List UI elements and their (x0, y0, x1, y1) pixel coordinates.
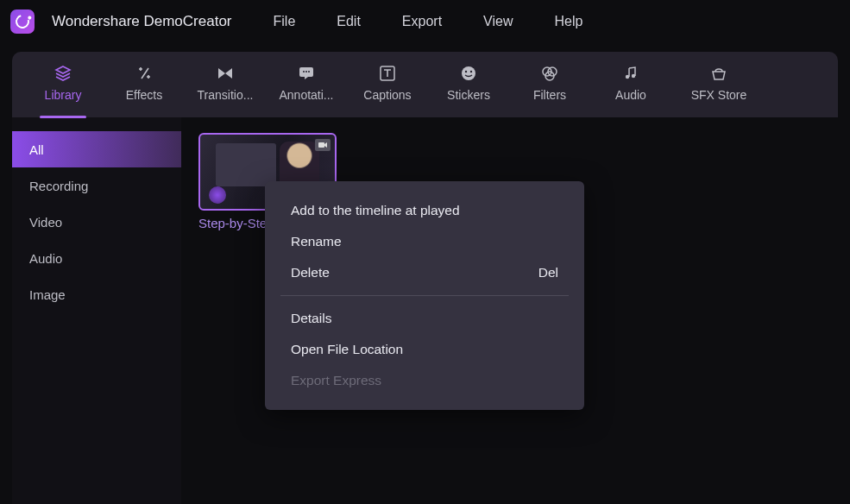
tab-label: Library (45, 88, 82, 102)
menu-help[interactable]: Help (555, 14, 583, 29)
filters-icon (541, 66, 558, 81)
layers-icon (54, 66, 72, 81)
ctx-label: Open File Location (291, 342, 403, 357)
tab-label: Stickers (447, 88, 490, 102)
toolbar-container: Library Effects Transitio... Annotati... (0, 43, 850, 117)
logo-overlay-icon (209, 186, 226, 204)
ctx-delete[interactable]: Delete Del (265, 257, 584, 288)
tab-annotations[interactable]: Annotati... (266, 59, 347, 110)
tab-sfx-store[interactable]: SFX Store (671, 59, 766, 110)
svg-point-3 (308, 71, 310, 72)
sidebar-item-recording[interactable]: Recording (12, 167, 181, 204)
svg-point-2 (305, 71, 307, 72)
tab-label: Effects (126, 88, 163, 102)
annotation-icon (298, 66, 315, 81)
separator (280, 295, 569, 296)
music-icon (622, 66, 639, 81)
sidebar-item-image[interactable]: Image (12, 276, 181, 312)
menu-view[interactable]: View (483, 14, 513, 29)
menubar: File Edit Export View Help (274, 14, 583, 29)
svg-rect-13 (318, 142, 324, 148)
tab-label: Transitio... (198, 88, 254, 102)
app-title: Wondershare DemoCreator (52, 13, 232, 30)
svg-point-7 (470, 71, 472, 72)
svg-point-12 (632, 74, 635, 78)
tab-transitions[interactable]: Transitio... (185, 59, 266, 110)
store-icon (710, 66, 727, 81)
ctx-shortcut: Del (538, 265, 558, 280)
menu-edit[interactable]: Edit (337, 14, 361, 29)
sparkle-icon (135, 66, 153, 81)
text-icon (379, 66, 396, 81)
ctx-rename[interactable]: Rename (265, 226, 584, 257)
tab-label: Audio (615, 88, 646, 102)
ctx-open-file-location[interactable]: Open File Location (265, 334, 584, 365)
menu-file[interactable]: File (274, 14, 296, 29)
titlebar: Wondershare DemoCreator File Edit Export… (0, 0, 850, 43)
tab-label: Captions (363, 88, 411, 102)
tab-library[interactable]: Library (22, 59, 104, 110)
ctx-add-to-timeline[interactable]: Add to the timeline at played (265, 195, 584, 226)
sidebar-item-audio[interactable]: Audio (12, 240, 181, 276)
tab-label: Filters (533, 88, 566, 102)
svg-point-1 (303, 71, 305, 72)
sidebar: All Recording Video Audio Image (12, 117, 181, 504)
context-menu: Add to the timeline at played Rename Del… (265, 181, 584, 410)
ctx-label: Export Express (291, 373, 381, 388)
svg-point-5 (462, 66, 475, 80)
app-logo-icon (10, 9, 35, 34)
svg-point-6 (465, 71, 467, 72)
sidebar-item-video[interactable]: Video (12, 204, 181, 240)
svg-point-11 (626, 75, 629, 79)
ctx-details[interactable]: Details (265, 303, 584, 334)
camera-badge-icon (315, 139, 331, 151)
sidebar-item-all[interactable]: All (12, 131, 181, 167)
ctx-label: Add to the timeline at played (291, 203, 460, 218)
tab-audio[interactable]: Audio (590, 59, 671, 110)
ctx-label: Delete (291, 265, 330, 280)
ctx-export-express: Export Express (265, 365, 584, 396)
tab-stickers[interactable]: Stickers (428, 59, 509, 110)
ctx-label: Rename (291, 234, 342, 249)
tab-label: Annotati... (279, 88, 333, 102)
smile-icon (460, 66, 477, 81)
tab-effects[interactable]: Effects (104, 59, 185, 110)
tab-captions[interactable]: Captions (347, 59, 428, 110)
menu-export[interactable]: Export (402, 14, 442, 29)
tab-filters[interactable]: Filters (509, 59, 590, 110)
toolbar: Library Effects Transitio... Annotati... (12, 52, 838, 117)
transition-icon (217, 66, 234, 81)
tab-label: SFX Store (691, 88, 747, 102)
ctx-label: Details (291, 311, 331, 326)
